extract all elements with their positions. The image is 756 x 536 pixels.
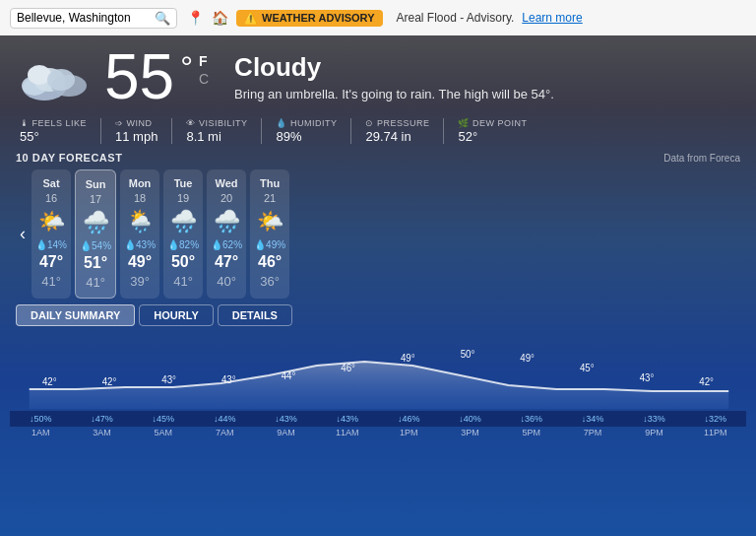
tab-hourly[interactable]: HOURLY (139, 304, 213, 326)
wind-icon: ➩ (115, 118, 124, 128)
hourly-col: ↓45% (133, 414, 194, 424)
svg-text:46°: 46° (341, 363, 355, 373)
forecast-cards: Sat 16 🌤️ 💧14% 47° 41° Sun 17 🌧️ 💧54% 51… (32, 169, 289, 299)
hourly-col: ↓47% (71, 414, 132, 424)
dew-point-value: 52° (458, 129, 477, 144)
humidity-label: 💧 HUMIDITY (276, 118, 337, 128)
forecast-weather-icon: 🌧️ (170, 209, 197, 234)
hourly-time-col: 5PM (501, 427, 562, 437)
topbar: 🔍 📍 🏠 ⚠️ WEATHER ADVISORY Areal Flood - … (0, 0, 756, 35)
card-date: 19 (177, 192, 189, 204)
home-icon: 🏠 (212, 10, 228, 26)
forecast-weather-icon: 🌧️ (214, 209, 240, 234)
learn-more-link[interactable]: Learn more (522, 11, 582, 25)
condition-section: Cloudy Bring an umbrella. It's going to … (234, 52, 554, 101)
card-precip: 💧14% (35, 239, 67, 250)
forecast-card[interactable]: Mon 18 🌦️ 💧43% 49° 39° (120, 169, 159, 299)
svg-text:42°: 42° (42, 376, 57, 387)
hourly-time-col: 3PM (439, 427, 500, 437)
fahrenheit-unit[interactable]: F (199, 53, 209, 69)
hourly-col: ↓43% (255, 414, 316, 424)
forecast-weather-icon: 🌦️ (127, 209, 154, 234)
tab-daily-summary[interactable]: DAILY SUMMARY (16, 304, 135, 326)
svg-text:43°: 43° (640, 372, 655, 383)
hourly-col: ↓43% (317, 414, 378, 424)
card-precip: 💧49% (254, 239, 285, 250)
forecast-card[interactable]: Sat 16 🌤️ 💧14% 47° 41° (32, 169, 71, 299)
forecast-card[interactable]: Thu 21 🌤️ 💧49% 46° 36° (250, 169, 289, 299)
current-weather: 55 ° F C Cloudy Bring an umbrella. It's … (0, 35, 756, 114)
celsius-unit[interactable]: C (199, 71, 209, 87)
card-high-temp: 50° (171, 253, 195, 271)
card-high-temp: 47° (215, 253, 238, 271)
card-low-temp: 41° (41, 274, 61, 289)
hourly-time-col: 7PM (562, 427, 623, 437)
feels-like-stat: 🌡 FEELS LIKE 55° (20, 118, 101, 144)
feels-like-value: 55° (20, 129, 39, 144)
hourly-area: 42°42°43°43°44°46°49°50°49°45°43°42° ↓50… (0, 330, 756, 536)
advisory-label: WEATHER ADVISORY (262, 12, 375, 24)
hourly-col: ↓40% (439, 414, 500, 424)
degree-symbol: ° (180, 49, 193, 86)
forecast-section: 10 DAY FORECAST Data from Foreca ‹ Sat 1… (0, 152, 756, 299)
hourly-time-col: 11PM (685, 427, 746, 437)
hourly-time: 1PM (400, 428, 418, 437)
card-day: Sun (86, 178, 106, 190)
hourly-time-col: 1AM (10, 427, 71, 437)
card-date: 17 (90, 193, 101, 205)
forecast-card[interactable]: Wed 20 🌧️ 💧62% 47° 40° (207, 169, 246, 299)
forecast-weather-icon: 🌧️ (83, 210, 109, 235)
card-low-temp: 41° (86, 275, 105, 290)
card-day: Thu (260, 177, 280, 189)
pressure-value: 29.74 in (365, 129, 410, 144)
svg-text:42°: 42° (699, 376, 714, 387)
card-low-temp: 36° (260, 274, 280, 289)
hourly-precip-row: ↓50%↓47%↓45%↓44%↓43%↓43%↓46%↓40%↓36%↓34%… (10, 411, 746, 427)
visibility-stat: 👁 VISIBILITY 8.1 mi (172, 118, 262, 144)
hourly-precip: ↓45% (153, 414, 175, 424)
current-temp: 55 (104, 45, 174, 108)
hourly-time-col: 5AM (133, 427, 194, 437)
hourly-precip: ↓40% (459, 414, 481, 424)
prev-arrow[interactable]: ‹ (16, 224, 30, 244)
search-icon: 🔍 (155, 11, 170, 26)
hourly-precip: ↓46% (398, 414, 420, 424)
wind-value: 11 mph (115, 129, 158, 144)
hourly-col: ↓44% (194, 414, 255, 424)
card-low-temp: 41° (173, 274, 193, 289)
search-box[interactable]: 🔍 (10, 8, 177, 29)
hourly-time-col: 7AM (194, 427, 255, 437)
card-high-temp: 46° (258, 253, 282, 271)
card-day: Mon (129, 177, 152, 189)
hourly-time: 11AM (336, 428, 359, 437)
humidity-icon: 💧 (276, 118, 287, 128)
advisory-badge[interactable]: ⚠️ WEATHER ADVISORY (236, 10, 383, 27)
warning-icon: ⚠️ (244, 12, 258, 25)
hourly-time: 9AM (277, 428, 295, 437)
eye-icon: 👁 (186, 118, 196, 128)
unit-toggle[interactable]: F C (199, 53, 209, 87)
card-high-temp: 47° (39, 253, 63, 271)
forecast-header: 10 DAY FORECAST Data from Foreca (16, 152, 740, 164)
hourly-time-col: 9PM (623, 427, 684, 437)
hourly-col: ↓34% (562, 414, 623, 424)
stats-row: 🌡 FEELS LIKE 55° ➩ WIND 11 mph 👁 VISIBIL… (0, 114, 756, 152)
hourly-precip: ↓33% (643, 414, 665, 424)
hourly-time-col: 3AM (71, 427, 132, 437)
card-low-temp: 40° (217, 274, 236, 289)
hourly-time-col: 9AM (255, 427, 316, 437)
svg-point-5 (47, 69, 75, 91)
forecast-card[interactable]: Sun 17 🌧️ 💧54% 51° 41° (75, 169, 116, 299)
dew-icon: 🌿 (458, 118, 470, 128)
forecast-card[interactable]: Tue 19 🌧️ 💧82% 50° 41° (163, 169, 203, 299)
search-input[interactable] (17, 11, 155, 25)
tab-details[interactable]: DETAILS (218, 304, 292, 326)
svg-text:43°: 43° (221, 374, 236, 385)
current-weather-icon (20, 50, 89, 104)
tabs-row: DAILY SUMMARYHOURLYDETAILS (0, 299, 756, 330)
visibility-label: 👁 VISIBILITY (186, 118, 247, 128)
humidity-value: 89% (276, 129, 301, 144)
hourly-time-col: 11AM (317, 427, 378, 437)
card-precip: 💧62% (211, 239, 242, 250)
card-high-temp: 49° (128, 253, 152, 271)
